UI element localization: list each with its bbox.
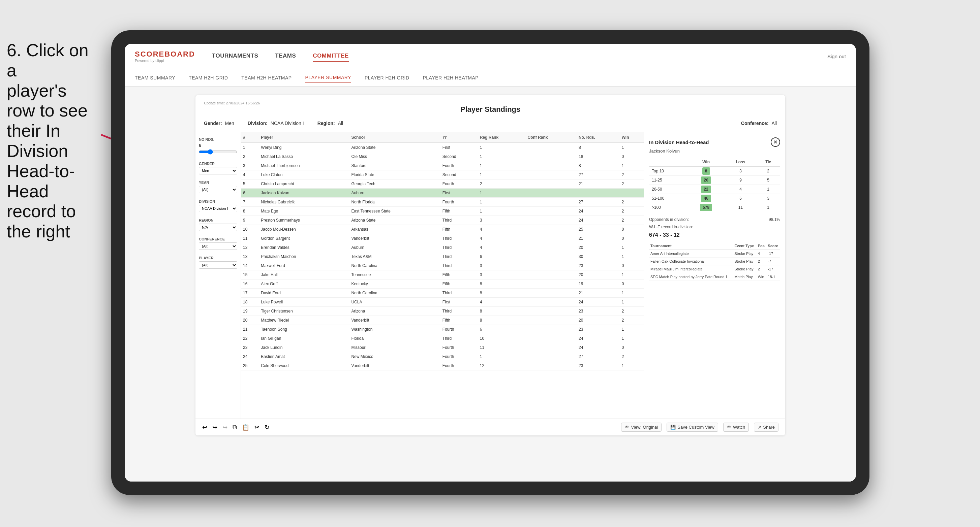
cell-player: Jake Hall (259, 270, 349, 279)
table-row[interactable]: 2 Michael La Sasso Ole Miss Second 1 18 … (241, 152, 644, 161)
table-row[interactable]: 9 Preston Summerhays Arizona State Third… (241, 216, 644, 225)
division-select[interactable]: NCAA Division I (199, 205, 237, 212)
table-row[interactable]: 22 Ian Gilligan Florida Third 10 24 1 (241, 334, 644, 343)
sub-nav-team-h2h-heatmap[interactable]: TEAM H2H HEATMAP (241, 73, 291, 82)
no-rds-slider[interactable] (199, 149, 237, 155)
cell-rds: 8 (577, 143, 620, 152)
cut-icon[interactable]: ✂ (255, 424, 259, 431)
cell-reg: 1 (478, 189, 526, 198)
cell-school: North Florida (349, 198, 440, 207)
table-row[interactable]: 6 Jackson Koivun Auburn First 1 (241, 189, 644, 198)
t-cell-type: Match Play (733, 273, 756, 281)
t-cell-pos: 4 (757, 250, 767, 258)
table-row[interactable]: 14 Maxwell Ford North Carolina Third 3 2… (241, 261, 644, 270)
cell-reg: 4 (478, 243, 526, 252)
region-select[interactable]: N/A (199, 224, 237, 231)
table-row[interactable]: 7 Nicholas Gabrelcik North Florida Fourt… (241, 198, 644, 207)
table-row[interactable]: 1 Wenyi Ding Arizona State First 1 8 1 (241, 143, 644, 152)
col-num: # (241, 132, 259, 143)
cell-player: Cole Sherwood (259, 361, 349, 370)
table-header-row: # Player School Yr Reg Rank Conf Rank No… (241, 132, 644, 143)
table-row[interactable]: 11 Gordon Sargent Vanderbilt Third 4 21 … (241, 234, 644, 243)
cell-rds: 21 (577, 289, 620, 298)
sub-nav-team-summary[interactable]: TEAM SUMMARY (135, 73, 175, 82)
cell-school: East Tennessee State (349, 207, 440, 216)
table-row[interactable]: 5 Christo Lamprecht Georgia Tech Fourth … (241, 179, 644, 189)
table-row[interactable]: 12 Brendan Valdes Auburn Third 4 20 1 (241, 243, 644, 252)
player-select[interactable]: (All) (199, 261, 237, 269)
cell-num: 3 (241, 161, 259, 170)
cell-conf (525, 179, 577, 189)
close-button[interactable]: ✕ (771, 137, 780, 147)
table-row[interactable]: 13 Phichaksn Maichon Texas A&M Third 6 3… (241, 252, 644, 261)
filter-row: Gender: Men Division: NCAA Division I Re… (204, 118, 777, 129)
filter-group-gender: Gender Men Women (199, 162, 237, 175)
gender-select[interactable]: Men Women (199, 167, 237, 175)
nav-tournaments[interactable]: TOURNAMENTS (212, 51, 258, 62)
h2h-breakdown-table: Win Loss Tie Top 10 8 3 2 11-25 20 9 5 2… (649, 157, 780, 212)
table-row[interactable]: 21 Taehoon Song Washington Fourth 6 23 1 (241, 325, 644, 334)
table-row[interactable]: 16 Alex Goff Kentucky Fifth 8 19 0 (241, 279, 644, 289)
table-row[interactable]: 18 Luke Powell UCLA First 4 24 1 (241, 298, 644, 307)
table-row[interactable]: 10 Jacob Mou-Dessen Arkansas Fifth 4 25 … (241, 225, 644, 234)
table-row[interactable]: 20 Matthew Riedel Vanderbilt Fifth 8 20 … (241, 316, 644, 325)
share-button[interactable]: ↗ Share (754, 422, 778, 432)
watch-label: Watch (733, 425, 745, 430)
cell-conf (525, 225, 577, 234)
table-row[interactable]: 3 Michael Thorbjornsen Stanford Fourth 1… (241, 161, 644, 170)
view-original-button[interactable]: 👁 View: Original (621, 422, 662, 432)
sub-nav-team-h2h-grid[interactable]: TEAM H2H GRID (189, 73, 228, 82)
redo2-icon[interactable]: ↪ (223, 424, 228, 431)
cell-win: 2 (620, 307, 644, 316)
cell-yr: Fourth (441, 198, 478, 207)
save-custom-button[interactable]: 💾 Save Custom View (667, 422, 718, 432)
table-row[interactable]: 15 Jake Hall Tennessee Fifth 3 20 1 (241, 270, 644, 279)
table-row[interactable]: 8 Mats Ege East Tennessee State Fifth 1 … (241, 207, 644, 216)
t-cell-pos: Win (757, 273, 767, 281)
table-row[interactable]: 25 Cole Sherwood Vanderbilt Fourth 12 23… (241, 361, 644, 370)
save-custom-label: Save Custom View (678, 425, 714, 430)
h2h-cell-win: 22 (687, 185, 725, 194)
cell-win: 2 (620, 179, 644, 189)
cell-conf (525, 316, 577, 325)
table-row[interactable]: 24 Bastien Amat New Mexico Fourth 1 27 2 (241, 352, 644, 361)
cell-school: Ole Miss (349, 152, 440, 161)
undo-icon[interactable]: ↩ (202, 424, 207, 431)
cell-rds: 20 (577, 270, 620, 279)
cell-rds: 23 (577, 307, 620, 316)
table-row[interactable]: 23 Jack Lundin Missouri Fourth 11 24 0 (241, 343, 644, 352)
cell-rds: 18 (577, 152, 620, 161)
cell-num: 1 (241, 143, 259, 152)
cell-player: Tiger Christensen (259, 307, 349, 316)
paste-icon[interactable]: 📋 (242, 424, 250, 431)
cell-reg: 12 (478, 361, 526, 370)
nav-items: TOURNAMENTS TEAMS COMMITTEE (212, 51, 827, 62)
redo-icon[interactable]: ↪ (212, 424, 217, 431)
cell-school: Vanderbilt (349, 234, 440, 243)
logo-powered: Powered by clippi (135, 59, 195, 63)
cell-player: Ian Gilligan (259, 334, 349, 343)
sub-nav-player-h2h-grid[interactable]: PLAYER H2H GRID (364, 73, 409, 82)
copy-icon[interactable]: ⧉ (232, 424, 237, 431)
nav-committee[interactable]: COMMITTEE (313, 51, 349, 62)
cell-reg: 6 (478, 252, 526, 261)
cell-win (620, 189, 644, 198)
sub-nav-player-summary[interactable]: PLAYER SUMMARY (305, 73, 351, 83)
table-row[interactable]: 19 Tiger Christensen Arizona Third 8 23 … (241, 307, 644, 316)
nav-teams[interactable]: TEAMS (275, 51, 296, 62)
opponents-label: Opponents in division: (649, 217, 689, 222)
cell-yr: Fourth (441, 161, 478, 170)
view-original-label: View: Original (631, 425, 658, 430)
refresh-icon[interactable]: ↻ (264, 424, 270, 431)
sub-nav-player-h2h-heatmap[interactable]: PLAYER H2H HEATMAP (423, 73, 479, 82)
table-row[interactable]: 17 David Ford North Carolina Third 8 21 … (241, 289, 644, 298)
cell-reg: 4 (478, 225, 526, 234)
sign-out-link[interactable]: Sign out (827, 54, 846, 59)
year-select[interactable]: (All) (199, 186, 237, 193)
t-col-score: Score (766, 242, 780, 250)
cell-win: 1 (620, 361, 644, 370)
save-icon: 💾 (670, 425, 676, 430)
conference-select[interactable]: (All) (199, 243, 237, 250)
table-row[interactable]: 4 Luke Claton Florida State Second 1 27 … (241, 170, 644, 179)
watch-button[interactable]: 👁 Watch (723, 422, 749, 432)
